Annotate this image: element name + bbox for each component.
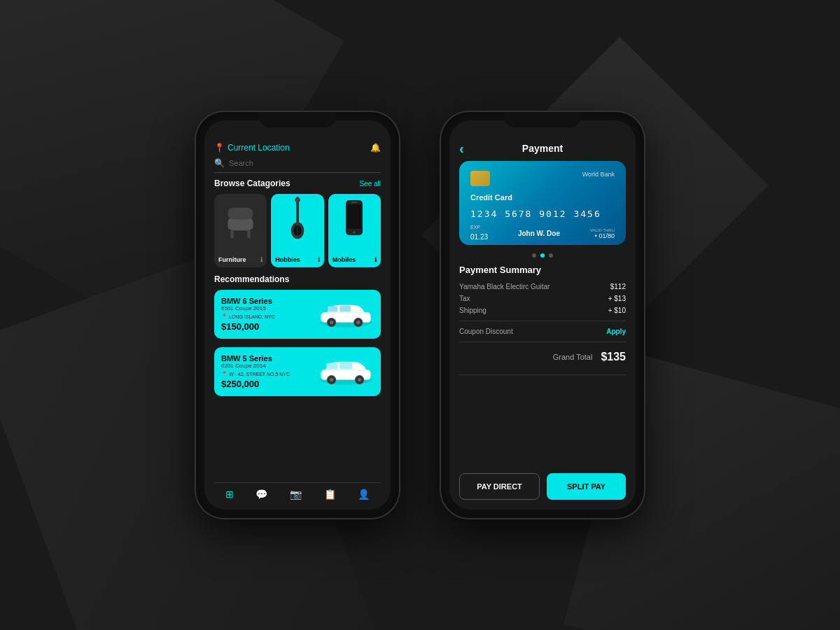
card-indicator-dots	[459, 253, 626, 258]
nav-bookmark-icon[interactable]: 📋	[324, 489, 336, 500]
payment-buttons: PAY DIRECT SPLIT PAY	[459, 473, 626, 500]
coupon-label: Coupon Discount	[459, 328, 513, 335]
grand-total-divider	[459, 342, 626, 342]
card-chip	[470, 171, 490, 186]
hobbies-img	[271, 194, 323, 244]
notification-icon[interactable]: 🔔	[370, 143, 381, 153]
guitar-label: Yamaha Black Electirc Guitar	[459, 283, 550, 290]
bottom-nav: ⊞ 💬 📷 📋 👤	[214, 482, 381, 503]
phone-1-content: 📍 Current Location 🔔 🔍 Search Browse Cat…	[204, 120, 391, 510]
phone-1-notch	[259, 112, 336, 127]
recommendation-card-2[interactable]: BMW 5 Series 6201 Coupe 2014 📍 W - 42, S…	[214, 347, 381, 396]
summary-row-shipping: Shipping + $10	[459, 304, 626, 316]
shipping-value: + $10	[608, 307, 626, 314]
grand-total-value: $135	[601, 351, 626, 363]
phone-2: ‹ Payment Credit Card World Bank 1234 56…	[441, 112, 644, 518]
nav-home-icon[interactable]: ⊞	[225, 489, 234, 500]
category-mobiles[interactable]: Mobiles ℹ	[328, 194, 381, 267]
furniture-info-icon: ℹ	[260, 256, 262, 263]
summary-items: Yamaha Black Electirc Guitar $112 Tax + …	[459, 281, 626, 316]
back-button[interactable]: ‹	[459, 141, 464, 157]
svg-point-31	[358, 378, 361, 382]
svg-point-29	[330, 378, 333, 382]
rec-2-subtitle: 6201 Coupe 2014	[221, 363, 318, 369]
category-hobbies[interactable]: Hobbies ℹ	[271, 194, 323, 267]
location-left: 📍 Current Location	[214, 143, 290, 153]
card-type-label: Credit Card	[470, 171, 512, 203]
nav-chat-icon[interactable]: 💬	[255, 489, 267, 500]
card-bottom: EXP 01.23 John W. Doe VALID THRU • 01/80	[470, 225, 615, 242]
svg-rect-26	[340, 363, 352, 370]
rec-2-price: $250,000	[221, 379, 318, 389]
rec-1-location: 📍 LONG ISLAND, NYC	[221, 314, 318, 319]
browse-categories-header: Browse Catagories See all	[214, 178, 381, 188]
phones-container: 📍 Current Location 🔔 🔍 Search Browse Cat…	[196, 112, 644, 518]
svg-point-23	[356, 321, 360, 324]
svg-point-15	[353, 231, 356, 234]
pay-direct-button[interactable]: PAY DIRECT	[459, 473, 540, 500]
recommendations-title: Recommendations	[214, 274, 381, 284]
svg-rect-14	[351, 202, 357, 203]
payment-summary-title: Payment Summary	[459, 265, 626, 275]
categories-row: Furniture ℹ	[214, 194, 381, 267]
card-type-text: Credit Card	[470, 193, 512, 202]
payment-title: Payment	[522, 143, 563, 154]
svg-rect-27	[326, 363, 337, 370]
payment-header: ‹ Payment	[459, 140, 626, 154]
hobbies-info-icon: ℹ	[318, 256, 320, 263]
furniture-img	[214, 194, 267, 244]
card-expiry-value: 01.23	[470, 233, 488, 241]
rec-2-title: BMW 5 Series	[221, 354, 318, 363]
grand-total-row: Grand Total $135	[459, 346, 626, 368]
card-valid-date: • 01/80	[590, 232, 615, 239]
card-dot-1	[532, 253, 536, 258]
card-top: Credit Card World Bank	[470, 171, 615, 203]
summary-row-guitar: Yamaha Black Electirc Guitar $112	[459, 281, 626, 293]
tax-label: Tax	[459, 295, 470, 302]
svg-point-21	[330, 321, 333, 324]
tax-value: + $13	[608, 295, 626, 302]
browse-title: Browse Catagories	[214, 178, 290, 188]
card-holder-name: John W. Doe	[518, 230, 560, 237]
guitar-value: $112	[610, 283, 626, 290]
search-bar[interactable]: 🔍 Search	[214, 158, 381, 173]
grand-total-label: Grand Total	[553, 353, 593, 361]
rec-1-subtitle: 6501 Coupe 2015	[221, 305, 318, 312]
nav-camera-icon[interactable]: 📷	[290, 489, 302, 500]
svg-rect-1	[228, 208, 253, 220]
summary-divider	[459, 321, 626, 321]
location-pin-icon: 📍	[214, 143, 225, 153]
category-furniture[interactable]: Furniture ℹ	[214, 194, 267, 267]
card-dot-2	[540, 253, 545, 258]
see-all-button[interactable]: See all	[359, 180, 381, 188]
svg-rect-19	[328, 306, 337, 312]
phone-2-content: ‹ Payment Credit Card World Bank 1234 56…	[449, 120, 636, 510]
coupon-apply-button[interactable]: Apply	[606, 328, 626, 335]
recommendation-card-1[interactable]: BMW 6 Series 6501 Coupe 2015 📍 LONG ISLA…	[214, 290, 381, 339]
card-expiry-label: EXP	[470, 225, 488, 230]
credit-card: Credit Card World Bank 1234 5678 9012 34…	[459, 161, 626, 245]
coupon-row: Coupon Discount Apply	[459, 326, 626, 337]
mobiles-info-icon: ℹ	[374, 256, 377, 263]
card-valid-thru-label: VALID THRU	[590, 228, 615, 232]
phone-1: 📍 Current Location 🔔 🔍 Search Browse Cat…	[196, 112, 399, 518]
payment-buttons-divider	[459, 374, 626, 375]
phone-2-inner: ‹ Payment Credit Card World Bank 1234 56…	[449, 120, 636, 510]
phone-1-inner: 📍 Current Location 🔔 🔍 Search Browse Cat…	[204, 120, 391, 510]
current-location-label: Current Location	[227, 143, 290, 153]
shipping-label: Shipping	[459, 307, 486, 314]
furniture-label: Furniture	[218, 256, 246, 263]
svg-rect-3	[247, 230, 251, 238]
card-bank-name: World Bank	[582, 171, 615, 178]
split-pay-button[interactable]: SPLIT PAY	[547, 473, 626, 500]
card-dot-3	[549, 253, 553, 258]
svg-rect-4	[228, 219, 232, 229]
card-expiry-section: EXP 01.23	[470, 225, 488, 242]
rec-1-info: BMW 6 Series 6501 Coupe 2015 📍 LONG ISLA…	[221, 297, 318, 332]
rec-1-title: BMW 6 Series	[221, 297, 318, 305]
nav-profile-icon[interactable]: 👤	[358, 489, 370, 500]
mobiles-img	[328, 194, 381, 244]
svg-rect-5	[249, 219, 253, 229]
hobbies-label: Hobbies	[275, 256, 300, 263]
rec-2-location: 📍 W - 42, STREET NO.5 NYC	[221, 371, 318, 377]
